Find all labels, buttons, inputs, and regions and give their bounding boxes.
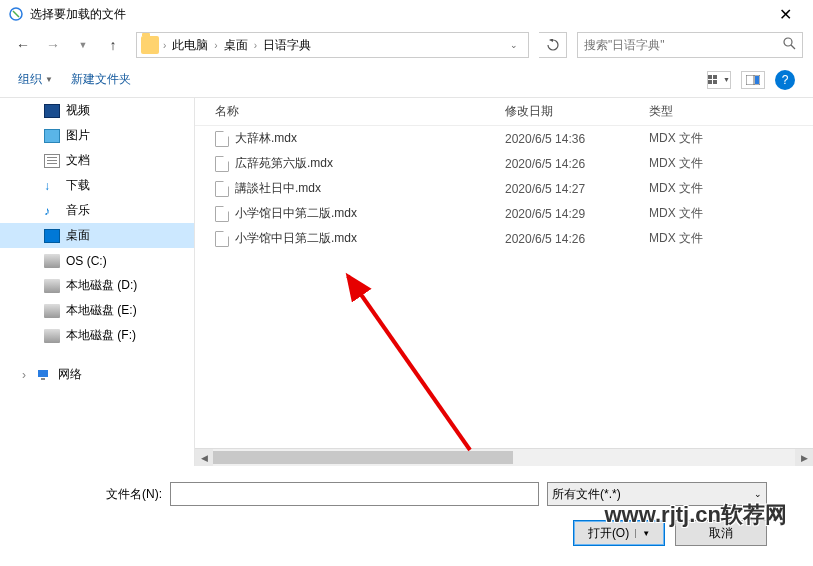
down-icon: ↓ — [44, 179, 60, 193]
caret-down-icon: ▼ — [723, 76, 730, 83]
file-name: 広辞苑第六版.mdx — [235, 155, 333, 172]
file-date: 2020/6/5 14:36 — [505, 132, 649, 146]
file-date: 2020/6/5 14:26 — [505, 232, 649, 246]
desk-icon — [44, 229, 60, 243]
new-folder-button[interactable]: 新建文件夹 — [71, 71, 131, 88]
sidebar-item-图片[interactable]: 图片 — [0, 123, 194, 148]
content-area: 视频图片文档↓下载♪音乐桌面OS (C:)本地磁盘 (D:)本地磁盘 (E:)本… — [0, 98, 813, 466]
search-icon[interactable] — [783, 36, 796, 54]
sidebar-item-本地磁盘 (E:)[interactable]: 本地磁盘 (E:) — [0, 298, 194, 323]
sidebar-item-本地磁盘 (F:)[interactable]: 本地磁盘 (F:) — [0, 323, 194, 348]
file-area: 名称 修改日期 类型 大辞林.mdx2020/6/5 14:36MDX 文件広辞… — [195, 98, 813, 466]
breadcrumb-root[interactable]: 此电脑 — [166, 37, 214, 54]
file-name: 小学馆日中第二版.mdx — [235, 205, 357, 222]
sidebar-item-下载[interactable]: ↓下载 — [0, 173, 194, 198]
caret-down-icon: ▼ — [45, 75, 53, 84]
file-name-cell: 小学馆日中第二版.mdx — [195, 205, 505, 222]
back-button[interactable]: ← — [10, 32, 36, 58]
sidebar-item-桌面[interactable]: 桌面 — [0, 223, 194, 248]
column-name[interactable]: 名称 — [195, 103, 505, 120]
sidebar-item-label: 文档 — [66, 152, 90, 169]
view-options-button[interactable]: ▼ — [707, 71, 731, 89]
sidebar-item-label: 音乐 — [66, 202, 90, 219]
refresh-button[interactable] — [539, 32, 567, 58]
scroll-right-button[interactable]: ▶ — [795, 449, 813, 466]
sidebar-item-本地磁盘 (D:)[interactable]: 本地磁盘 (D:) — [0, 273, 194, 298]
file-row[interactable]: 広辞苑第六版.mdx2020/6/5 14:26MDX 文件 — [195, 151, 813, 176]
svg-rect-5 — [708, 80, 712, 84]
file-date: 2020/6/5 14:26 — [505, 157, 649, 171]
video-icon — [44, 104, 60, 118]
file-icon — [215, 131, 229, 147]
app-icon — [8, 6, 24, 22]
sidebar: 视频图片文档↓下载♪音乐桌面OS (C:)本地磁盘 (D:)本地磁盘 (E:)本… — [0, 98, 195, 466]
column-date[interactable]: 修改日期 — [505, 103, 649, 120]
close-button[interactable]: ✕ — [765, 5, 805, 24]
sidebar-item-视频[interactable]: 视频 — [0, 98, 194, 123]
svg-rect-10 — [38, 370, 48, 377]
svg-rect-11 — [41, 378, 45, 380]
sidebar-item-network[interactable]: ›网络 — [0, 362, 194, 387]
sidebar-item-label: 图片 — [66, 127, 90, 144]
horizontal-scrollbar[interactable]: ◀ ▶ — [195, 448, 813, 466]
search-input[interactable] — [584, 38, 783, 52]
doc-icon — [44, 154, 60, 168]
recent-caret[interactable]: ▼ — [70, 32, 96, 58]
sidebar-item-label: 视频 — [66, 102, 90, 119]
file-icon — [215, 206, 229, 222]
file-type: MDX 文件 — [649, 155, 813, 172]
breadcrumb[interactable]: › 此电脑 › 桌面 › 日语字典 ⌄ — [136, 32, 529, 58]
svg-rect-4 — [713, 75, 717, 79]
sidebar-item-label: 本地磁盘 (E:) — [66, 302, 137, 319]
net-icon — [36, 368, 52, 382]
disk-icon — [44, 304, 60, 318]
breadcrumb-mid[interactable]: 桌面 — [218, 37, 254, 54]
scroll-track[interactable] — [213, 449, 795, 466]
column-headers[interactable]: 名称 修改日期 类型 — [195, 98, 813, 126]
file-type: MDX 文件 — [649, 130, 813, 147]
file-type: MDX 文件 — [649, 180, 813, 197]
preview-pane-button[interactable] — [741, 71, 765, 89]
watermark: www.rjtj.cn软荐网 — [604, 500, 787, 530]
up-button[interactable]: ↑ — [100, 32, 126, 58]
title-bar: 选择要加载的文件 ✕ — [0, 0, 813, 28]
forward-button[interactable]: → — [40, 32, 66, 58]
sidebar-item-音乐[interactable]: ♪音乐 — [0, 198, 194, 223]
organize-menu[interactable]: 组织 ▼ — [18, 71, 53, 88]
search-box[interactable] — [577, 32, 803, 58]
sidebar-item-OS (C:)[interactable]: OS (C:) — [0, 248, 194, 273]
window-title: 选择要加载的文件 — [30, 6, 765, 23]
chevron-down-icon[interactable]: ⌄ — [510, 40, 518, 50]
file-row[interactable]: 小学馆中日第二版.mdx2020/6/5 14:26MDX 文件 — [195, 226, 813, 251]
file-name-cell: 広辞苑第六版.mdx — [195, 155, 505, 172]
sidebar-item-文档[interactable]: 文档 — [0, 148, 194, 173]
help-button[interactable]: ? — [775, 70, 795, 90]
filename-label: 文件名(N): — [106, 486, 162, 503]
file-row[interactable]: 大辞林.mdx2020/6/5 14:36MDX 文件 — [195, 126, 813, 151]
scroll-left-button[interactable]: ◀ — [195, 449, 213, 466]
disk-icon — [44, 329, 60, 343]
file-name-cell: 小学馆中日第二版.mdx — [195, 230, 505, 247]
file-list: 大辞林.mdx2020/6/5 14:36MDX 文件広辞苑第六版.mdx202… — [195, 126, 813, 448]
file-row[interactable]: 講談社日中.mdx2020/6/5 14:27MDX 文件 — [195, 176, 813, 201]
column-type[interactable]: 类型 — [649, 103, 813, 120]
scroll-thumb[interactable] — [213, 451, 513, 464]
nav-bar: ← → ▼ ↑ › 此电脑 › 桌面 › 日语字典 ⌄ — [0, 28, 813, 62]
music-icon: ♪ — [44, 204, 60, 218]
chevron-down-icon: ⌄ — [754, 489, 762, 499]
breadcrumb-leaf[interactable]: 日语字典 — [257, 37, 317, 54]
file-row[interactable]: 小学馆日中第二版.mdx2020/6/5 14:29MDX 文件 — [195, 201, 813, 226]
file-icon — [215, 181, 229, 197]
file-name-cell: 大辞林.mdx — [195, 130, 505, 147]
file-icon — [215, 156, 229, 172]
pic-icon — [44, 129, 60, 143]
svg-line-2 — [791, 45, 795, 49]
filename-input[interactable] — [170, 482, 539, 506]
file-name: 講談社日中.mdx — [235, 180, 321, 197]
disk-icon — [44, 279, 60, 293]
svg-point-1 — [784, 38, 792, 46]
chevron-right-icon: › — [22, 368, 26, 382]
sidebar-item-label: OS (C:) — [66, 254, 107, 268]
file-name: 小学馆中日第二版.mdx — [235, 230, 357, 247]
toolbar: 组织 ▼ 新建文件夹 ▼ ? — [0, 62, 813, 98]
